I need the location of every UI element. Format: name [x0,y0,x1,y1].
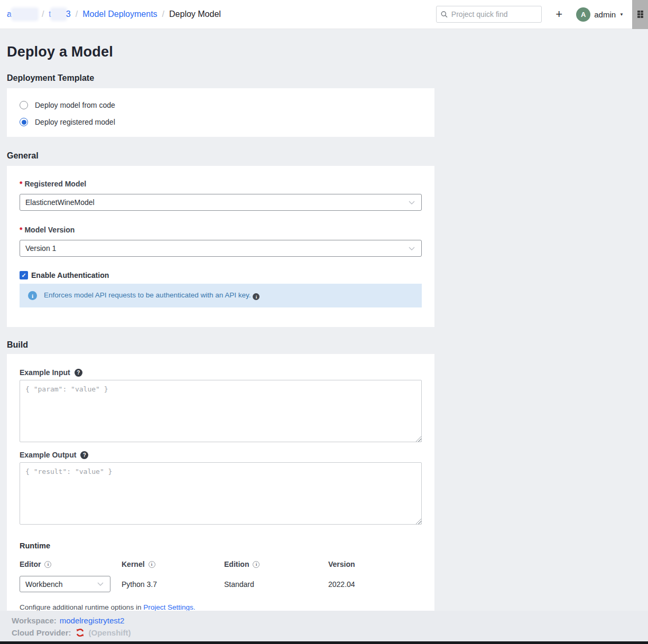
workspace-row: Workspace: modelregistrytest2 [12,614,648,627]
deploy-model-page: Deploy a Model Deployment Template Deplo… [0,43,648,617]
auth-info-banner: i Enforces model API requests to be auth… [20,284,422,307]
workspace-link[interactable]: modelregistrytest2 [60,616,125,625]
section-heading-deployment-template: Deployment Template [7,73,648,83]
app-switcher-strip [632,0,648,29]
breadcrumb-project-name[interactable]: t3 [49,9,70,20]
kernel-value: Python 3.7 [122,580,224,589]
section-heading-build: Build [7,340,648,350]
label-text: Version [328,560,355,568]
edition-label: Editioni [224,560,328,568]
breadcrumb-current-page: Deploy Model [169,10,221,19]
info-icon: i [28,291,37,300]
chevron-down-icon [409,201,415,204]
chevron-down-icon: ▼ [619,12,624,17]
required-indicator: * [20,180,22,188]
deployment-template-card: Deploy model from code Deploy registered… [7,88,434,137]
runtime-heading: Runtime [20,542,422,550]
breadcrumb-separator: / [162,10,164,19]
page-footer: Workspace: modelregistrytest2 Cloud Prov… [0,611,648,644]
user-menu[interactable]: A admin ▼ [576,7,624,22]
runtime-labels-row: Editori Kerneli Editioni Version [20,560,422,568]
radio-label: Deploy registered model [35,118,115,126]
openshift-icon [76,628,85,637]
enable-authentication-checkbox[interactable]: ✓ Enable Authentication [20,270,422,280]
help-icon[interactable]: ? [80,451,88,459]
edition-value: Standard [224,580,328,589]
info-icon[interactable]: i [149,561,155,568]
search-icon [441,11,448,18]
chevron-down-icon [97,582,104,586]
example-output-label: Example Output [20,451,76,460]
configure-text: Configure additional runtime options in [20,603,143,611]
banner-text-content: Enforces model API requests to be authen… [44,291,251,299]
help-icon[interactable]: ? [75,369,82,377]
kernel-label: Kerneli [122,560,224,568]
label-text: Kernel [122,560,145,568]
workspace-label: Workspace: [12,616,57,625]
label-text: Registered Model [24,180,86,188]
bottom-bar [0,641,648,644]
cloud-provider-value: (Openshift) [89,628,131,637]
example-output-label-row: Example Output ? [20,451,422,460]
breadcrumb: a / t3 / Model Deployments / Deploy Mode… [7,9,221,20]
example-input-wrap [20,380,422,442]
configure-runtime-line: Configure additional runtime options in … [20,603,422,611]
radio-label: Deploy model from code [35,101,115,109]
avatar: A [576,7,590,22]
editor-select[interactable]: Workbench [20,576,110,592]
create-new-button[interactable]: + [556,8,562,20]
checkbox-checked-icon: ✓ [20,271,28,279]
cloud-provider-label: Cloud Provider: [12,628,71,637]
editor-label: Editori [20,560,122,568]
project-settings-link[interactable]: Project Settings. [143,603,195,611]
redacted-text [52,9,66,20]
breadcrumb-separator: / [42,10,44,19]
selected-value: Workbench [25,580,97,589]
selected-value: Version 1 [25,244,409,253]
info-icon[interactable]: i [44,561,51,568]
top-nav: a / t3 / Model Deployments / Deploy Mode… [0,0,648,29]
redacted-text [13,9,37,20]
model-version-label: *Model Version [20,226,422,235]
radio-icon-selected [20,118,28,126]
example-input-label-row: Example Input ? [20,368,422,377]
example-output-textarea[interactable] [20,462,422,525]
banner-text: Enforces model API requests to be authen… [44,291,260,301]
app-grid-icon[interactable] [637,11,643,18]
radio-icon-unselected [20,101,28,109]
breadcrumb-owner-text: a [7,10,12,19]
example-input-label: Example Input [20,368,70,377]
selected-value: ElasticnetWineModel [25,198,409,207]
label-text: Editor [20,560,41,568]
breadcrumb-project-owner[interactable]: a [7,9,37,20]
general-card: *Registered Model ElasticnetWineModel *M… [7,166,434,327]
version-label: Version [328,560,422,568]
chevron-down-icon [409,247,415,250]
version-value: 2022.04 [328,580,422,589]
example-input-textarea[interactable] [20,380,422,442]
label-text: Model Version [24,226,75,234]
breadcrumb-separator: / [76,10,78,19]
info-icon[interactable]: i [253,561,260,568]
required-indicator: * [20,226,22,234]
user-name: admin [594,10,616,19]
radio-deploy-registered-model[interactable]: Deploy registered model [20,117,422,127]
label-text: Edition [224,560,249,568]
example-output-wrap [20,462,422,525]
page-title: Deploy a Model [7,43,648,61]
search-input[interactable] [451,10,538,18]
section-heading-general: General [7,151,648,161]
radio-deploy-from-code[interactable]: Deploy model from code [20,100,422,110]
model-version-select[interactable]: Version 1 [20,240,422,257]
build-card: Example Input ? Example Output ? Runtime… [7,354,434,617]
breadcrumb-model-deployments[interactable]: Model Deployments [82,10,157,19]
registered-model-label: *Registered Model [20,180,422,189]
registered-model-select[interactable]: ElasticnetWineModel [20,194,422,211]
cloud-provider-row: Cloud Provider: (Openshift) [12,627,648,639]
breadcrumb-project-text: t [49,10,51,19]
breadcrumb-project-text-suffix: 3 [66,10,71,19]
info-tooltip-icon[interactable]: i [253,293,260,300]
project-quick-find [436,6,542,23]
checkbox-label: Enable Authentication [31,271,109,279]
runtime-values-row: Workbench Python 3.7 Standard 2022.04 [20,576,422,592]
